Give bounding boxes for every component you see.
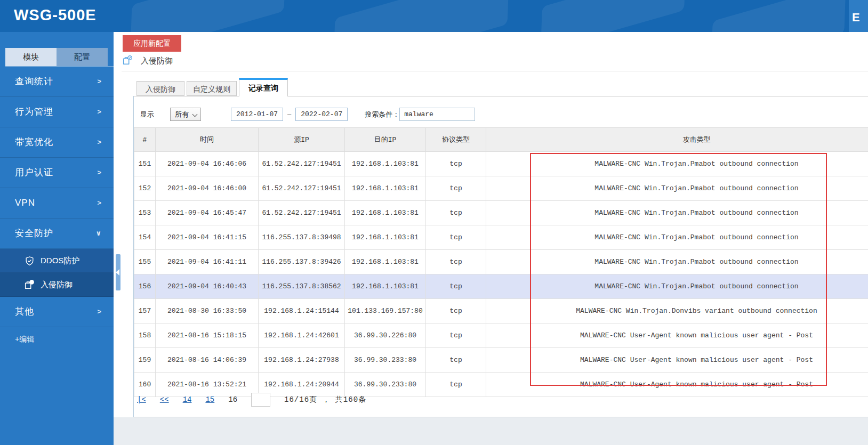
cell-time: 2021-09-04 16:46:06 [156, 152, 259, 176]
cell-source-ip: 61.52.242.127:19451 [259, 152, 345, 176]
page-link[interactable]: 15 [205, 395, 214, 404]
record-query-panel: 显示 所有 – 搜索条件： #时间源IP目的IP协议类型攻击类型 1512021… [133, 96, 868, 417]
cell-source-ip: 116.255.137.8:38562 [259, 274, 345, 299]
sidebar-item[interactable]: 安全防护∨ [0, 219, 114, 249]
cell-attack-type: MALWARE-CNC Win.Trojan.Pmabot outbound c… [486, 250, 868, 274]
tab-custom-rules[interactable]: 自定义规则 [187, 81, 237, 96]
cell-protocol: tcp [426, 250, 486, 274]
sidebar-item-label: 其他 [15, 306, 34, 317]
cell-index: 153 [134, 201, 156, 225]
sidebar-subitem[interactable]: 入侵防御 [0, 273, 114, 297]
table-row[interactable]: 1542021-09-04 16:41:15116.255.137.8:3949… [134, 225, 868, 250]
table-row[interactable]: 1522021-09-04 16:46:0061.52.242.127:1945… [134, 176, 868, 201]
table-row[interactable]: 1592021-08-16 14:06:39192.168.1.24:27938… [134, 348, 868, 373]
column-header: 源IP [259, 128, 345, 152]
sidebar-subitem[interactable]: DDOS防护 [0, 249, 114, 273]
cell-protocol: tcp [426, 373, 486, 397]
page-link[interactable]: 14 [183, 395, 192, 404]
cell-attack-type: MALWARE-CNC Win.Trojan.Pmabot outbound c… [486, 274, 868, 299]
sidebar-item[interactable]: 用户认证> [0, 158, 114, 188]
pagination: |< << 1415 16 16/16页 ， 共160条 [137, 392, 366, 407]
table-row[interactable]: 1572021-08-30 16:33:50192.168.1.24:15144… [134, 299, 868, 323]
sidebar-collapse-handle[interactable] [116, 254, 120, 290]
cell-protocol: tcp [426, 225, 486, 250]
prev-page-link[interactable]: << [160, 395, 169, 404]
cell-time: 2021-08-30 16:33:50 [156, 299, 259, 323]
table-row[interactable]: 1512021-09-04 16:46:0661.52.242.127:1945… [134, 152, 868, 176]
sidebar-item[interactable]: 查询统计> [0, 67, 114, 97]
cell-time: 2021-09-04 16:41:11 [156, 250, 259, 274]
stamp-check-icon [23, 279, 35, 290]
sidebar-item-label: 查询统计 [15, 76, 53, 86]
records-table: #时间源IP目的IP协议类型攻击类型 1512021-09-04 16:46:0… [134, 127, 868, 397]
cell-protocol: tcp [426, 299, 486, 323]
cell-index: 155 [134, 250, 156, 274]
cell-attack-type: MALWARE-CNC Win.Trojan.Pmabot outbound c… [486, 225, 868, 250]
cell-dest-ip: 192.168.1.103:81 [345, 176, 426, 201]
divider [122, 71, 868, 71]
cell-source-ip: 192.168.1.24:27938 [259, 348, 345, 373]
sidebar-item-label: VPN [15, 198, 35, 208]
tab-intrusion-prevention[interactable]: 入侵防御 [136, 81, 184, 96]
chevron-right-icon: > [97, 297, 102, 327]
cell-attack-type: MALWARE-CNC User-Agent known malicious u… [486, 373, 868, 397]
cell-index: 152 [134, 176, 156, 201]
cell-dest-ip: 36.99.30.233:80 [345, 348, 426, 373]
sidebar-tab-modules[interactable]: 模块 [5, 48, 57, 66]
search-input[interactable] [399, 108, 475, 121]
header-right-panel[interactable]: E [849, 0, 868, 32]
first-page-link[interactable]: |< [137, 395, 146, 404]
sidebar-item-label: 行为管理 [15, 107, 53, 117]
cell-source-ip: 116.255.137.8:39498 [259, 225, 345, 250]
cell-dest-ip: 36.99.30.226:80 [345, 323, 426, 348]
apply-config-button[interactable]: 应用新配置 [123, 35, 181, 52]
sidebar-item-label: 带宽优化 [15, 137, 53, 147]
chevron-right-icon: > [97, 67, 102, 96]
cell-attack-type: MALWARE-CNC User-Agent known malicious u… [486, 348, 868, 373]
chevron-down-icon: ∨ [95, 219, 102, 248]
chevron-right-icon: > [97, 127, 102, 157]
column-header: # [134, 128, 156, 152]
page-number-input[interactable] [251, 393, 270, 407]
date-from-input[interactable] [231, 108, 283, 121]
chevron-right-icon: > [97, 158, 102, 188]
date-to-input[interactable] [295, 108, 348, 121]
sidebar-edit-link[interactable]: +编辑 [0, 327, 114, 351]
app-header: WSG-500E E [0, 0, 868, 32]
cell-source-ip: 116.255.137.8:39426 [259, 250, 345, 274]
cell-dest-ip: 192.168.1.103:81 [345, 250, 426, 274]
cell-time: 2021-09-04 16:41:15 [156, 225, 259, 250]
cell-index: 154 [134, 225, 156, 250]
sidebar-item[interactable]: 带宽优化> [0, 127, 114, 158]
header-background-art [130, 0, 286, 32]
header-background-art [541, 0, 686, 32]
table-row[interactable]: 1552021-09-04 16:41:11116.255.137.8:3942… [134, 250, 868, 274]
date-range-separator: – [287, 110, 291, 118]
table-row[interactable]: 1532021-09-04 16:45:4761.52.242.127:1945… [134, 201, 868, 225]
cell-source-ip: 192.168.1.24:42601 [259, 323, 345, 348]
column-header: 协议类型 [426, 128, 486, 152]
show-select[interactable]: 所有 [170, 108, 201, 121]
cell-time: 2021-08-16 15:18:15 [156, 323, 259, 348]
sidebar-subitem-label: 入侵防御 [41, 273, 73, 296]
chevron-right-icon: > [97, 188, 102, 218]
sidebar: 模块 配置 查询统计>行为管理>带宽优化>用户认证>VPN>安全防护∨DDOS防… [0, 32, 114, 445]
cell-protocol: tcp [426, 176, 486, 201]
sidebar-item[interactable]: 其他> [0, 297, 114, 327]
cell-index: 158 [134, 323, 156, 348]
sidebar-item-label: 安全防护 [15, 228, 53, 238]
table-header-row: #时间源IP目的IP协议类型攻击类型 [134, 128, 868, 152]
cell-index: 156 [134, 274, 156, 299]
sidebar-tab-config[interactable]: 配置 [57, 48, 108, 66]
sidebar-tab-bar: 模块 配置 [5, 48, 114, 67]
cell-dest-ip: 192.168.1.103:81 [345, 274, 426, 299]
sidebar-item[interactable]: VPN> [0, 188, 114, 219]
show-select-value: 所有 [175, 110, 189, 119]
sidebar-item-label: 用户认证 [15, 167, 53, 177]
tab-record-query[interactable]: 记录查询 [239, 78, 288, 96]
sidebar-item[interactable]: 行为管理> [0, 97, 114, 127]
show-label: 显示 [140, 110, 154, 119]
table-row[interactable]: 1582021-08-16 15:18:15192.168.1.24:42601… [134, 323, 868, 348]
table-row[interactable]: 1562021-09-04 16:40:43116.255.137.8:3856… [134, 274, 868, 299]
cell-dest-ip: 192.168.1.103:81 [345, 225, 426, 250]
